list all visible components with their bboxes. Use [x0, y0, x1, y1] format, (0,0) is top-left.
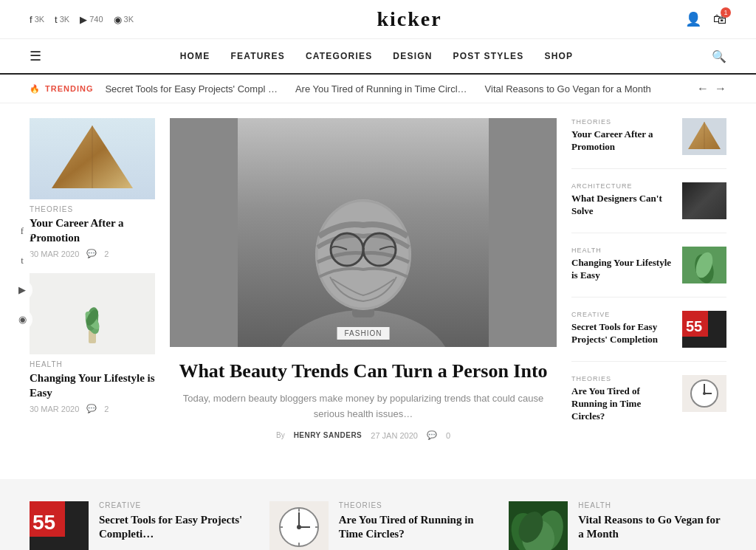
fire-icon: 🔥: [30, 84, 41, 94]
site-logo[interactable]: kicker: [377, 7, 441, 31]
bottom-card-1-text: CREATIVE Secret Tools for Easy Projects'…: [99, 501, 247, 542]
right-article-4-text: CREATIVE Secret Tools for Easy Projects'…: [571, 311, 675, 346]
nav-features[interactable]: FEATURES: [231, 51, 285, 61]
comment-icon-1: 💬: [86, 249, 97, 258]
bottom-card-2-category: THEORIES: [339, 501, 487, 509]
left-article-1-meta: 30 MAR 2020 💬 2: [30, 249, 155, 258]
featured-author[interactable]: HENRY SANDERS: [294, 431, 362, 439]
right-article-1-category: THEORIES: [571, 118, 675, 126]
cart-badge-count: 1: [721, 7, 731, 18]
bottom-card-3-title[interactable]: Vital Reasons to Go Vegan for a Month: [578, 513, 726, 542]
nav-categories[interactable]: CATEGORIES: [306, 51, 372, 61]
right-article-3-category: HEALTH: [571, 247, 675, 254]
bottom-card-1-title[interactable]: Secret Tools for Easy Projects' Completi…: [99, 513, 247, 542]
bottom-card-2: THEORIES Are You Tired of Running in Tim…: [269, 501, 487, 550]
social-sidebar-twitter[interactable]: t: [12, 250, 32, 271]
right-article-3-image[interactable]: [682, 247, 726, 283]
facebook-icon: f: [30, 14, 32, 25]
facebook-stat[interactable]: f 3K: [30, 14, 44, 25]
twitter-stat[interactable]: t 3K: [55, 14, 69, 25]
bottom-card-3-image[interactable]: [509, 501, 568, 550]
left-article-1: THEORIES Your Career After a Promotion 3…: [30, 118, 155, 258]
nav-home[interactable]: HOME: [180, 51, 210, 61]
svg-point-18: [364, 234, 395, 265]
trending-item-2[interactable]: Are You Tired of Running in Time Circl…: [295, 83, 467, 94]
featured-date: 27 JAN 2020: [371, 431, 418, 440]
featured-category: FASHION: [345, 329, 382, 337]
svg-point-17: [331, 234, 362, 265]
left-article-2: HEALTH Changing Your Lifestyle is Easy 3…: [30, 273, 155, 413]
left-article-2-image[interactable]: [30, 273, 155, 354]
wood-img-svg: [682, 118, 726, 155]
right-article-3-title[interactable]: Changing Your Lifestyle is Easy: [571, 257, 675, 282]
right-article-3-text: HEALTH Changing Your Lifestyle is Easy: [571, 247, 675, 282]
left-article-2-comments: 2: [104, 405, 109, 413]
plant-svg: [74, 297, 111, 348]
right-article-1-image[interactable]: [682, 118, 726, 155]
hamburger-menu[interactable]: ☰: [30, 48, 41, 64]
social-sidebar-youtube[interactable]: ▶: [12, 280, 32, 300]
social-sidebar-instagram[interactable]: ◉: [12, 309, 32, 330]
triangle-svg: [30, 118, 155, 199]
right-article-5-image[interactable]: [682, 375, 726, 412]
social-stats: f 3K t 3K ▶ 740 ◉ 3K: [30, 14, 134, 25]
right-article-4-image[interactable]: 55: [682, 311, 726, 348]
plant-right-svg: [682, 247, 726, 283]
social-sidebar-facebook[interactable]: f: [12, 221, 32, 241]
cart-button[interactable]: 🛍 1: [713, 12, 726, 27]
featured-image-svg: [170, 118, 557, 347]
by-label: By: [276, 431, 285, 439]
featured-excerpt: Today, modern beauty bloggers make money…: [170, 391, 557, 422]
left-article-1-image[interactable]: [30, 118, 155, 199]
bottom-card-3-category: HEALTH: [578, 501, 726, 509]
trending-prev[interactable]: ←: [697, 82, 709, 95]
nav-links: HOME FEATURES CATEGORIES DESIGN POST STY…: [180, 51, 574, 61]
bottom-laptop-svg: 55: [30, 501, 89, 550]
svg-text:55: 55: [686, 318, 702, 334]
top-bar-actions: 👤 🛍 1: [685, 11, 726, 27]
bottom-card-1-category: CREATIVE: [99, 501, 247, 509]
svg-point-40: [297, 525, 301, 529]
nav-post-styles[interactable]: POST STYLES: [453, 51, 524, 61]
trending-item-1[interactable]: Secret Tools for Easy Projects' Compl …: [105, 83, 277, 94]
nav-shop[interactable]: SHOP: [544, 51, 573, 61]
bottom-card-1-image[interactable]: 55: [30, 501, 89, 550]
right-article-4: CREATIVE Secret Tools for Easy Projects'…: [571, 311, 726, 362]
right-article-4-category: CREATIVE: [571, 311, 675, 318]
featured-title[interactable]: What Beauty Trends Can Turn a Person Int…: [170, 359, 557, 384]
right-column: THEORIES Your Career After a Promotion: [571, 118, 726, 450]
bottom-card-2-image[interactable]: [269, 501, 329, 550]
user-icon[interactable]: 👤: [685, 11, 701, 27]
trending-next[interactable]: →: [715, 82, 726, 95]
right-article-2-title[interactable]: What Designers Can't Solve: [571, 193, 675, 218]
right-article-1-title[interactable]: Your Career After a Promotion: [571, 128, 675, 154]
youtube-icon: ▶: [80, 14, 87, 25]
trending-text: TRENDING: [45, 84, 93, 93]
bottom-card-2-text: THEORIES Are You Tired of Running in Tim…: [339, 501, 487, 542]
youtube-stat[interactable]: ▶ 740: [80, 14, 103, 25]
right-article-5-text: THEORIES Are You Tired of Running in Tim…: [571, 375, 675, 423]
bottom-section: 55 CREATIVE Secret Tools for Easy Projec…: [0, 479, 756, 550]
right-article-2-image[interactable]: [682, 182, 726, 219]
featured-comments: 0: [446, 431, 450, 440]
trending-item-3[interactable]: Vital Reasons to Go Vegan for a Month: [485, 83, 651, 94]
right-article-2-category: ARCHITECTURE: [571, 182, 675, 190]
featured-image[interactable]: FASHION: [170, 118, 557, 347]
nav-design[interactable]: DESIGN: [393, 51, 432, 61]
featured-comments-icon: 💬: [427, 430, 437, 440]
nav-bar: ☰ HOME FEATURES CATEGORIES DESIGN POST S…: [0, 39, 756, 75]
right-article-1-text: THEORIES Your Career After a Promotion: [571, 118, 675, 154]
left-article-1-title[interactable]: Your Career After a Promotion: [30, 216, 155, 245]
top-bar: f 3K t 3K ▶ 740 ◉ 3K kicker 👤 🛍 1: [0, 0, 756, 39]
search-icon[interactable]: 🔍: [712, 49, 726, 63]
bottom-card-2-title[interactable]: Are You Tired of Running in Time Circles…: [339, 513, 487, 542]
trending-nav: ← →: [697, 82, 726, 95]
right-article-4-title[interactable]: Secret Tools for Easy Projects' Completi…: [571, 321, 675, 346]
right-article-5-title[interactable]: Are You Tired of Running in Time Circles…: [571, 385, 675, 423]
left-article-2-title[interactable]: Changing Your Lifestyle is Easy: [30, 371, 155, 400]
instagram-stat[interactable]: ◉ 3K: [114, 14, 134, 25]
left-article-2-category: HEALTH: [30, 360, 155, 368]
left-article-2-date: 30 MAR 2020: [30, 405, 79, 413]
trending-items: Secret Tools for Easy Projects' Compl … …: [105, 83, 685, 94]
social-sidebar: f t ▶ ◉: [12, 221, 32, 330]
